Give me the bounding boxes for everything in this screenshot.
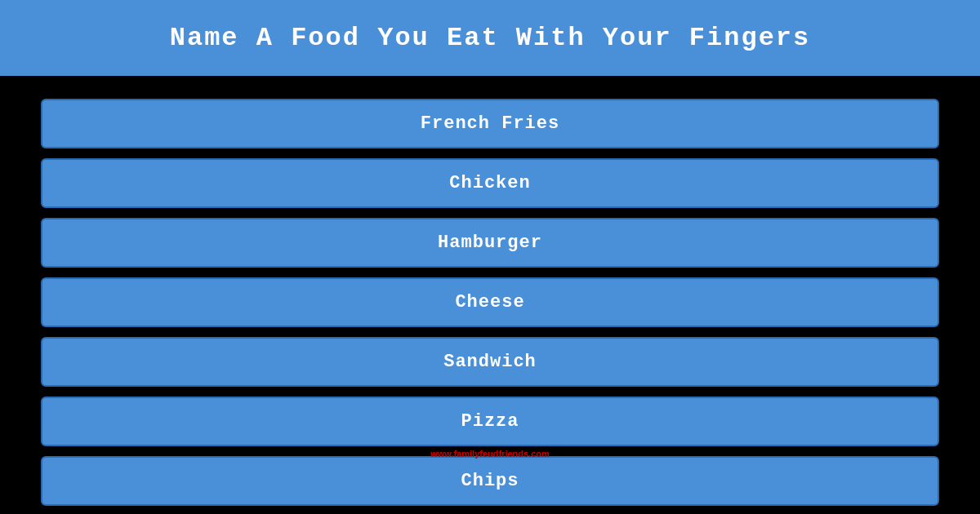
answer-item-4[interactable]: Cheese	[41, 277, 939, 327]
answer-item-3[interactable]: Hamburger	[41, 218, 939, 268]
answer-item-7[interactable]: Chips	[41, 456, 939, 506]
page-header: Name A Food You Eat With Your Fingers	[0, 0, 980, 79]
answer-item-2[interactable]: Chicken	[41, 158, 939, 208]
answer-item-6[interactable]: Pizza	[41, 397, 939, 446]
page-title: Name A Food You Eat With Your Fingers	[170, 23, 811, 53]
answer-item-1[interactable]: French Fries	[41, 99, 939, 148]
answer-item-5[interactable]: Sandwich	[41, 337, 939, 387]
watermark: www.familyfeudfriends.com	[430, 449, 550, 459]
